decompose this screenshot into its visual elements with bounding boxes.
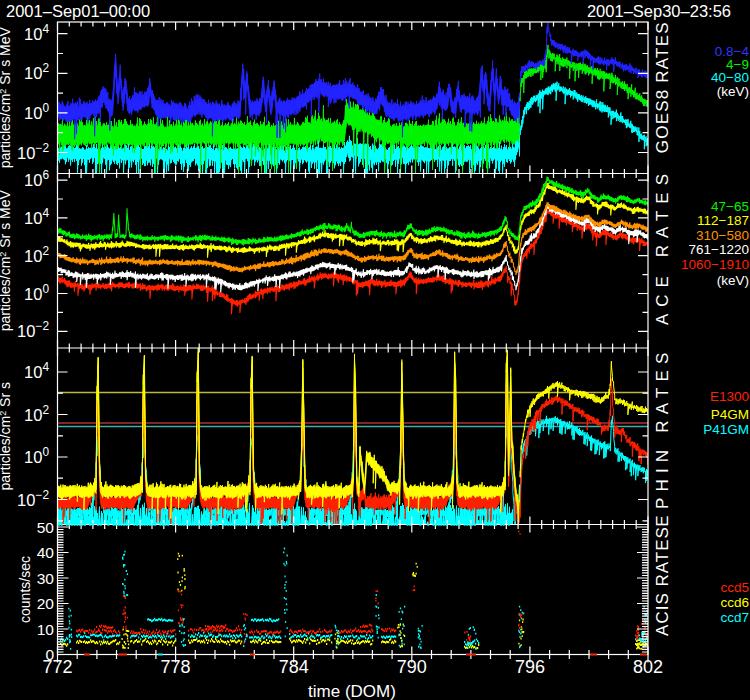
svg-text:778: 778 [161,657,191,677]
svg-text:P41GM: P41GM [703,422,749,437]
svg-text:20: 20 [37,595,55,612]
svg-text:2001–Sep01–00:00: 2001–Sep01–00:00 [6,2,150,20]
svg-text:ccd6: ccd6 [720,595,749,610]
svg-text:E1300: E1300 [710,389,749,404]
svg-text:772: 772 [42,657,72,677]
svg-text:10: 10 [37,621,55,638]
svg-text:(keV): (keV) [717,273,749,288]
svg-text:30: 30 [37,570,55,587]
svg-text:796: 796 [515,657,545,677]
svg-text:ccd5: ccd5 [720,580,749,595]
svg-text:761−1220: 761−1220 [689,242,749,257]
svg-text:(keV): (keV) [717,84,749,99]
svg-text:EPHIN RATES: EPHIN RATES [653,346,672,526]
svg-text:1060−1910: 1060−1910 [681,257,749,272]
svg-text:particles/cm2 Sr s MeV: particles/cm2 Sr s MeV [0,27,13,169]
svg-text:P4GM: P4GM [711,407,749,422]
svg-text:40−80: 40−80 [711,70,749,85]
svg-text:47−65: 47−65 [711,199,749,214]
svg-text:ACIS RATES: ACIS RATES [653,526,672,636]
svg-text:112−187: 112−187 [697,213,749,228]
svg-text:counts/sec: counts/sec [17,556,33,623]
svg-text:310−580: 310−580 [696,228,749,243]
svg-text:ccd7: ccd7 [720,610,749,625]
svg-text:50: 50 [37,519,55,536]
svg-text:ACE RATES: ACE RATES [653,167,672,325]
svg-text:802: 802 [633,657,663,677]
svg-text:time (DOM): time (DOM) [308,682,396,700]
svg-text:particles/cm2 Sr s MeV: particles/cm2 Sr s MeV [0,190,13,332]
svg-text:784: 784 [279,657,309,677]
svg-text:GOES8 RATES: GOES8 RATES [653,21,672,153]
svg-text:40: 40 [37,544,55,561]
svg-text:790: 790 [397,657,427,677]
svg-text:2001–Sep30–23:56: 2001–Sep30–23:56 [587,2,731,20]
svg-text:particles/cm2 Sr s: particles/cm2 Sr s [0,382,13,490]
